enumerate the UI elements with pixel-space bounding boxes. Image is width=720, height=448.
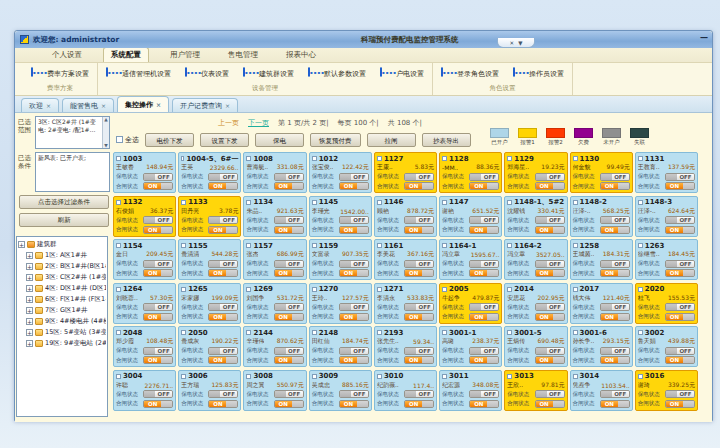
close-status-toggle[interactable]: ON bbox=[469, 356, 499, 364]
card-checkbox[interactable] bbox=[638, 287, 643, 292]
pill-dropdown-icon[interactable]: ▼ bbox=[518, 40, 522, 46]
supply-status-toggle[interactable]: OFF bbox=[404, 390, 434, 398]
toolbar-button[interactable]: 恢复预付费 bbox=[310, 133, 361, 147]
meter-card[interactable]: 1133 田丹亮 3.78元 保电状态 OFF bbox=[178, 196, 241, 237]
supply-status-toggle[interactable]: OFF bbox=[339, 173, 369, 181]
meter-card[interactable]: 3014 凭焘争 1103.54.. 保电状态 OFF bbox=[570, 370, 633, 411]
meter-card[interactable]: 3009 吴成忠 885.16元 保电状态 OFF bbox=[309, 370, 372, 411]
meter-card[interactable]: 1003 王敏春 148.94元 保电状态 OFF bbox=[113, 152, 176, 193]
supply-status-toggle[interactable]: OFF bbox=[143, 390, 173, 398]
card-checkbox[interactable] bbox=[312, 200, 317, 205]
tree-item[interactable]: 7区: G区1#井 bbox=[18, 305, 106, 316]
close-status-toggle[interactable]: ON bbox=[339, 182, 369, 190]
supply-status-toggle[interactable]: OFF bbox=[274, 260, 304, 268]
meter-card[interactable]: 2148 田红仙 184.74元 保电状态 OFF bbox=[309, 326, 372, 367]
meter-card[interactable]: 1134 朱品.. 921.63元 保电状态 OFF bbox=[243, 196, 306, 237]
refresh-button[interactable]: 刷新 bbox=[19, 213, 109, 227]
close-status-toggle[interactable]: ON bbox=[665, 313, 695, 321]
card-checkbox[interactable] bbox=[246, 287, 251, 292]
supply-status-toggle[interactable]: OFF bbox=[208, 347, 238, 355]
close-status-toggle[interactable]: ON bbox=[274, 182, 304, 190]
expander-icon[interactable] bbox=[26, 340, 33, 347]
meter-card[interactable]: 1155 贵清清 544.28元 保电状态 OFF bbox=[178, 239, 241, 280]
close-status-toggle[interactable]: ON bbox=[274, 356, 304, 364]
window-skin-control[interactable]: ✕ ▼ bbox=[497, 38, 535, 48]
expander-icon[interactable] bbox=[26, 318, 33, 325]
ribbon-button[interactable]: ▪▪▪▪ 费率方案设置 bbox=[29, 67, 91, 82]
tree-item[interactable]: 2区: B区1#井(B区1# bbox=[18, 261, 106, 272]
close-status-toggle[interactable]: ON bbox=[404, 356, 434, 364]
condition-listbox[interactable]: 新风表: 已开户表; bbox=[35, 152, 110, 192]
supply-status-toggle[interactable]: OFF bbox=[665, 260, 695, 268]
supply-status-toggle[interactable]: OFF bbox=[339, 260, 369, 268]
card-checkbox[interactable] bbox=[246, 374, 251, 379]
document-tab[interactable]: 开户记费查询 × bbox=[172, 98, 238, 112]
meter-card[interactable]: 1148-3 汪泽-.. 624.64元 保电状态 OFF bbox=[635, 196, 698, 237]
supply-status-toggle[interactable]: OFF bbox=[665, 173, 695, 181]
close-status-toggle[interactable]: ON bbox=[535, 182, 565, 190]
close-status-toggle[interactable]: ON bbox=[600, 269, 630, 277]
supply-status-toggle[interactable]: OFF bbox=[143, 173, 173, 181]
close-status-toggle[interactable]: ON bbox=[208, 269, 238, 277]
card-checkbox[interactable] bbox=[377, 330, 382, 335]
expander-icon[interactable] bbox=[26, 296, 33, 303]
card-checkbox[interactable] bbox=[507, 156, 512, 161]
meter-card[interactable]: 3002 鲁天娟 439.88元 保电状态 OFF bbox=[635, 326, 698, 367]
meter-card[interactable]: 3013 王欣.. 97.81元 保电状态 OFF bbox=[504, 370, 567, 411]
close-status-toggle[interactable]: ON bbox=[339, 356, 369, 364]
meter-card[interactable]: 1129 郑海星.. 19.23元 保电状态 OFF bbox=[504, 152, 567, 193]
close-status-toggle[interactable]: ON bbox=[208, 226, 238, 234]
supply-status-toggle[interactable]: OFF bbox=[665, 303, 695, 311]
tree-item[interactable]: 19区: 9#变电站 (2# bbox=[18, 338, 106, 349]
close-status-toggle[interactable]: ON bbox=[665, 400, 695, 408]
close-status-toggle[interactable]: ON bbox=[404, 269, 434, 277]
card-checkbox[interactable] bbox=[573, 374, 578, 379]
close-status-toggle[interactable]: ON bbox=[600, 226, 630, 234]
tab-close-icon[interactable]: × bbox=[46, 102, 51, 109]
supply-status-toggle[interactable]: OFF bbox=[535, 216, 565, 224]
supply-status-toggle[interactable]: OFF bbox=[404, 347, 434, 355]
meter-card[interactable]: 2017 钱大伟 121.40元 保电状态 OFF bbox=[570, 283, 633, 324]
ribbon-button[interactable]: ▪▪▪▪ 通信管理机设置 bbox=[104, 67, 173, 82]
close-status-toggle[interactable]: ON bbox=[600, 400, 630, 408]
close-status-toggle[interactable]: ON bbox=[339, 269, 369, 277]
card-checkbox[interactable] bbox=[377, 200, 382, 205]
scope-listbox[interactable]: 3区: C区2#井 (1#变电: 2#变电: /配1#… ▲▼ bbox=[35, 116, 110, 149]
card-checkbox[interactable] bbox=[442, 243, 447, 248]
card-checkbox[interactable] bbox=[116, 243, 121, 248]
meter-card[interactable]: 1131 王教育.. 137.59元 保电状态 OFF bbox=[635, 152, 698, 193]
ribbon-button[interactable]: ▪▪▪▪ 仪表设置 bbox=[183, 67, 231, 82]
supply-status-toggle[interactable]: OFF bbox=[535, 173, 565, 181]
card-checkbox[interactable] bbox=[181, 156, 184, 161]
supply-status-toggle[interactable]: OFF bbox=[535, 390, 565, 398]
card-checkbox[interactable] bbox=[181, 243, 186, 248]
close-status-toggle[interactable]: ON bbox=[339, 400, 369, 408]
card-checkbox[interactable] bbox=[573, 156, 578, 161]
meter-card[interactable]: 1130 何金貌 99.49元 保电状态 OFF bbox=[570, 152, 633, 193]
supply-status-toggle[interactable]: OFF bbox=[535, 347, 565, 355]
supply-status-toggle[interactable]: OFF bbox=[143, 260, 173, 268]
ribbon-button[interactable]: ▪▪▪▪ 操作员设置 bbox=[511, 67, 566, 82]
menu-item[interactable]: 报表中心 bbox=[279, 48, 323, 62]
card-checkbox[interactable] bbox=[377, 374, 382, 379]
meter-card[interactable]: 3006 王方瑞 125.83元 保电状态 OFF bbox=[178, 370, 241, 411]
supply-status-toggle[interactable]: OFF bbox=[274, 216, 304, 224]
tab-close-icon[interactable]: × bbox=[225, 102, 230, 109]
card-checkbox[interactable] bbox=[312, 374, 317, 379]
supply-status-toggle[interactable]: OFF bbox=[535, 260, 565, 268]
card-checkbox[interactable] bbox=[638, 243, 643, 248]
card-checkbox[interactable] bbox=[507, 287, 512, 292]
meter-card[interactable]: 1164-2 冯立章 3527.05.. 保电状态 OFF bbox=[504, 239, 567, 280]
close-status-toggle[interactable]: ON bbox=[339, 226, 369, 234]
meter-card[interactable]: 1164-1 冯立章 1595.67.. 保电状态 OFF bbox=[439, 239, 502, 280]
meter-card[interactable]: 2048 郑少霞 108.48元 保电状态 OFF bbox=[113, 326, 176, 367]
ribbon-button[interactable]: ▪▪▪▪ 建筑群设置 bbox=[241, 67, 296, 82]
supply-status-toggle[interactable]: OFF bbox=[143, 216, 173, 224]
close-status-toggle[interactable]: ON bbox=[208, 356, 238, 364]
card-checkbox[interactable] bbox=[638, 374, 643, 379]
meter-card[interactable]: 1271 李清永 533.83元 保电状态 OFF bbox=[374, 283, 437, 324]
meter-card[interactable]: 3001-5 王炳传 690.48元 保电状态 OFF bbox=[504, 326, 567, 367]
close-status-toggle[interactable]: ON bbox=[143, 269, 173, 277]
select-filter-button[interactable]: 点击选择过滤条件 bbox=[19, 195, 109, 209]
card-checkbox[interactable] bbox=[638, 330, 643, 335]
